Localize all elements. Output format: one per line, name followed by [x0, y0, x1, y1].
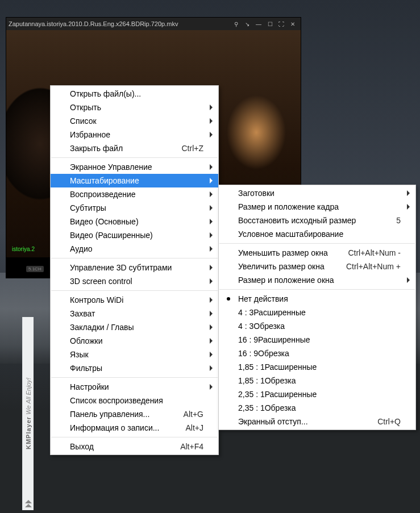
menu-separator [51, 290, 218, 291]
radio-dot-icon [227, 297, 230, 301]
scaling-submenu[interactable]: ЗаготовкиРазмер и положение кадраВосстан… [218, 185, 416, 430]
chevron-right-icon [210, 297, 213, 303]
menu-item-label: Список воспроизведения [70, 396, 203, 405]
minimize-button[interactable]: — [253, 19, 264, 29]
menu-item-label: Настройки [70, 382, 203, 391]
context-menu-item[interactable]: Захват [51, 307, 218, 320]
scaling-submenu-item[interactable]: 2,35 : 1Расширенные [219, 387, 415, 401]
scaling-submenu-item[interactable]: 16 : 9Расширенные [219, 333, 415, 347]
menu-item-label: 16 : 9Расширенные [238, 335, 401, 344]
menu-separator [51, 377, 218, 378]
menu-item-shortcut: 5 [396, 216, 401, 225]
chevron-right-icon [210, 352, 213, 357]
pin-button[interactable]: ⚲ [230, 19, 242, 29]
menu-item-shortcut: Alt+G [184, 410, 203, 419]
menu-item-label: Размер и положение кадра [238, 202, 401, 211]
scaling-submenu-item[interactable]: 1,85 : 1Расширенные [219, 360, 415, 374]
chevron-right-icon [210, 191, 213, 197]
menu-item-shortcut: Ctrl+Z [182, 144, 204, 153]
scaling-submenu-item[interactable]: Нет действия [219, 292, 415, 306]
chevron-right-icon [210, 232, 213, 238]
chevron-right-icon [407, 277, 410, 283]
context-menu-item[interactable]: Настройки [51, 380, 218, 394]
menu-item-label: Язык [70, 350, 203, 359]
menu-item-label: Экранный отступ... [238, 417, 360, 426]
menu-separator [51, 437, 218, 437]
player-titlebar[interactable]: Zaputannaya.istoriya.2010.D.Rus.Eng.x264… [6, 18, 301, 30]
chevron-right-icon [210, 164, 213, 170]
context-menu-item[interactable]: Открыть [51, 101, 218, 114]
close-button[interactable]: ✕ [287, 19, 298, 29]
menu-item-label: Закрыть файл [70, 144, 165, 153]
menu-item-label: Закладки / Главы [70, 323, 203, 332]
menu-item-label: Условное масштабирование [238, 230, 401, 239]
chevron-right-icon [210, 338, 213, 344]
window-title: Zaputannaya.istoriya.2010.D.Rus.Eng.x264… [9, 20, 178, 27]
context-menu-item[interactable]: Видео (Основные) [51, 215, 218, 228]
context-menu-item[interactable]: Закладки / Главы [51, 320, 218, 334]
chevron-right-icon [210, 205, 213, 211]
menu-item-shortcut: Alt+F4 [180, 442, 203, 451]
chevron-right-icon [210, 311, 213, 316]
chevron-right-icon [210, 278, 213, 284]
scaling-submenu-item[interactable]: 16 : 9Обрезка [219, 347, 415, 360]
menu-item-label: Фильтры [70, 364, 203, 373]
menu-item-label: Информация о записи... [70, 423, 168, 432]
menu-item-label: Нет действия [238, 294, 401, 303]
scaling-submenu-item[interactable]: 2,35 : 1Обрезка [219, 401, 415, 415]
kmplayer-logo-icon [25, 499, 32, 507]
scaling-submenu-item[interactable]: Уменьшить размер окнаCtrl+Alt+Num - [219, 246, 415, 260]
menu-item-label: 1,85 : 1Расширенные [238, 362, 401, 372]
menu-separator [51, 157, 218, 158]
scaling-submenu-item[interactable]: Восстановить исходный размер5 [219, 214, 415, 227]
kmplayer-brand-text: KMPlayer We All Enjoy! [25, 378, 32, 449]
context-menu-item[interactable]: Открыть файл(ы)... [51, 87, 218, 101]
context-menu[interactable]: Открыть файл(ы)...ОткрытьСписокИзбранное… [50, 85, 219, 455]
context-menu-item[interactable]: 3D screen control [51, 274, 218, 288]
context-menu-item[interactable]: Аудио [51, 242, 218, 256]
menu-item-label: Открыть [70, 103, 203, 112]
scaling-submenu-item[interactable]: Условное масштабирование [219, 227, 415, 241]
context-menu-item[interactable]: Избранное [51, 128, 218, 141]
context-menu-item[interactable]: ВыходAlt+F4 [51, 440, 218, 453]
context-menu-item[interactable]: Видео (Расширенные) [51, 228, 218, 242]
scaling-submenu-item[interactable]: Размер и положение окна [219, 273, 415, 287]
context-menu-item[interactable]: Закрыть файлCtrl+Z [51, 141, 218, 155]
menu-item-shortcut: Ctrl+Alt+Num + [346, 262, 401, 271]
context-menu-item[interactable]: Список воспроизведения [51, 394, 218, 407]
menu-separator [51, 258, 218, 258]
context-menu-item[interactable]: Обложки [51, 334, 218, 348]
menu-item-label: Заготовки [238, 189, 401, 198]
scaling-submenu-item[interactable]: 4 : 3Обрезка [219, 319, 415, 333]
menu-item-label: Список [70, 116, 203, 126]
menu-item-label: Экранное Управление [70, 162, 203, 172]
menu-item-label: Аудио [70, 244, 203, 253]
audio-channel-badge: 5.1CH [26, 266, 44, 272]
scaling-submenu-item[interactable]: Размер и положение кадра [219, 200, 415, 214]
menu-item-label: Видео (Основные) [70, 217, 203, 226]
context-menu-item[interactable]: Масштабирование [51, 174, 218, 187]
scaling-submenu-item[interactable]: Увеличить размер окнаCtrl+Alt+Num + [219, 260, 415, 273]
menu-item-label: Размер и положение окна [238, 276, 401, 285]
context-menu-item[interactable]: Язык [51, 348, 218, 361]
fullscreen-button[interactable]: ⛶ [276, 19, 287, 29]
compact-button[interactable]: ↘ [242, 19, 253, 29]
scaling-submenu-item[interactable]: 4 : 3Расширенные [219, 306, 415, 319]
menu-item-label: 4 : 3Обрезка [238, 322, 401, 331]
context-menu-item[interactable]: Контроль WiDi [51, 293, 218, 307]
scaling-submenu-item[interactable]: Экранный отступ...Ctrl+Q [219, 415, 415, 428]
context-menu-item[interactable]: Управление 3D субтитрами [51, 261, 218, 274]
menu-item-label: Избранное [70, 130, 203, 139]
menu-item-label: 3D screen control [70, 277, 203, 286]
menu-item-shortcut: Ctrl+Q [377, 417, 401, 426]
context-menu-item[interactable]: Список [51, 114, 218, 128]
context-menu-item[interactable]: Экранное Управление [51, 160, 218, 174]
scaling-submenu-item[interactable]: Заготовки [219, 186, 415, 200]
context-menu-item[interactable]: Субтитры [51, 201, 218, 215]
context-menu-item[interactable]: Фильтры [51, 361, 218, 375]
maximize-button[interactable]: ☐ [264, 19, 276, 29]
scaling-submenu-item[interactable]: 1,85 : 1Обрезка [219, 374, 415, 387]
context-menu-item[interactable]: Панель управления...Alt+G [51, 407, 218, 421]
context-menu-item[interactable]: Информация о записи...Alt+J [51, 421, 218, 435]
context-menu-item[interactable]: Воспроизведение [51, 187, 218, 201]
